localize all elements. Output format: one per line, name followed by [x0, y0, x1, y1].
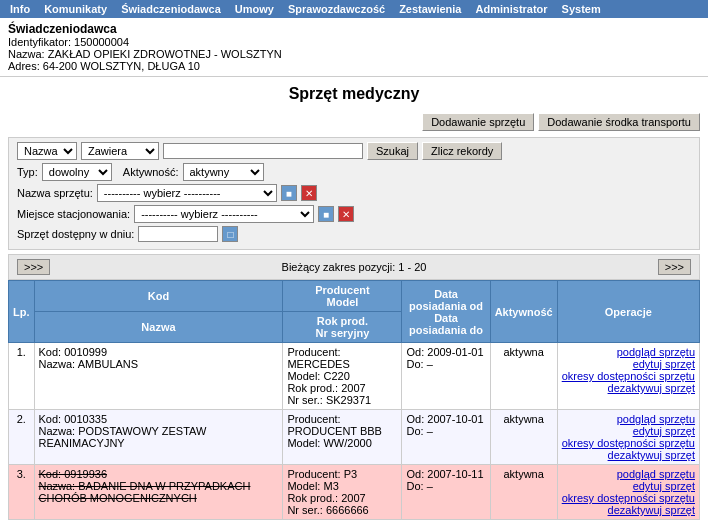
- location-select[interactable]: ---------- wybierz ----------: [134, 205, 314, 223]
- col-aktywnosc: Aktywność: [490, 281, 557, 343]
- available-date-pick[interactable]: □: [222, 226, 238, 242]
- provider-address: Adres: 64-200 WOLSZTYN, DŁUGA 10: [8, 60, 700, 72]
- cell-data-od: Od: 2007-10-01: [406, 413, 483, 425]
- location-clear-red[interactable]: ✕: [338, 206, 354, 222]
- cell-model: Model: C220: [287, 370, 349, 382]
- op-link-2[interactable]: okresy dostępności sprzętu: [562, 370, 695, 382]
- provider-name: Nazwa: ZAKŁAD OPIEKI ZDROWOTNEJ - WOLSZT…: [8, 48, 700, 60]
- cell-nazwa: Nazwa: AMBULANS: [39, 358, 139, 370]
- search-button[interactable]: Szukaj: [367, 142, 418, 160]
- cell-data-od: Od: 2007-10-11: [406, 468, 483, 480]
- cell-operacje: podgląd sprzętuedytuj sprzętokresy dostę…: [557, 343, 699, 410]
- cell-operacje: podgląd sprzętuedytuj sprzętokresy dostę…: [557, 465, 699, 520]
- table-row: 2.Kod: 0010335Nazwa: PODSTAWOWY ZESTAW R…: [9, 410, 700, 465]
- menu-bar: Info Komunikaty Świadczeniodawca Umowy S…: [0, 0, 708, 18]
- location-clear-blue[interactable]: ■: [318, 206, 334, 222]
- cell-kod: Kod: 0010999: [39, 346, 108, 358]
- cell-nazwa: Nazwa: PODSTAWOWY ZESTAW REANIMACYJNY: [39, 425, 207, 449]
- col-data: Data posiadania od Data posiadania do: [402, 281, 490, 343]
- add-equipment-button[interactable]: Dodawanie sprzętu: [422, 113, 534, 131]
- col-nazwa: Nazwa: [34, 312, 283, 343]
- op-link-0[interactable]: podgląd sprzętu: [562, 346, 695, 358]
- equipment-name-clear-blue[interactable]: ■: [281, 185, 297, 201]
- menu-item-info[interactable]: Info: [4, 2, 36, 16]
- data-table: Lp. Kod Producent Model Data posiadania …: [8, 280, 700, 520]
- op-link-2[interactable]: okresy dostępności sprzętu: [562, 492, 695, 504]
- cell-kod-nazwa: Kod: 0010999Nazwa: AMBULANS: [34, 343, 283, 410]
- pagination-range: Bieżący zakres pozycji: 1 - 20: [282, 261, 427, 273]
- equipment-name-clear-red[interactable]: ✕: [301, 185, 317, 201]
- table-row: 1.Kod: 0010999Nazwa: AMBULANSProducent: …: [9, 343, 700, 410]
- cell-aktywnosc: aktywna: [490, 343, 557, 410]
- menu-item-komunikaty[interactable]: Komunikaty: [38, 2, 113, 16]
- op-link-3[interactable]: dezaktywuj sprzęt: [562, 449, 695, 461]
- action-buttons: Dodawanie sprzętu Dodawanie środka trans…: [0, 111, 708, 133]
- search-field-select[interactable]: Nazwa Kod: [17, 142, 77, 160]
- pagination-bar: >>> Bieżący zakres pozycji: 1 - 20 >>>: [8, 254, 700, 280]
- cell-producent-name: Producent: PRODUCENT BBB: [287, 413, 382, 437]
- cell-model: Model: M3: [287, 480, 338, 492]
- search-input[interactable]: [163, 143, 363, 159]
- table-row: 3.Kod: 0919936Nazwa: BADANIE DNA W PRZYP…: [9, 465, 700, 520]
- cell-kod: Kod: 0010335: [39, 413, 108, 425]
- menu-item-sprawozdawczosc[interactable]: Sprawozdawczość: [282, 2, 391, 16]
- cell-nr-ser: Nr ser.: 6666666: [287, 504, 368, 516]
- menu-item-zestawienia[interactable]: Zestawienia: [393, 2, 467, 16]
- cell-data: Od: 2007-10-01Do: –: [402, 410, 490, 465]
- available-date-label: Sprzęt dostępny w dniu:: [17, 228, 134, 240]
- provider-id: Identyfikator: 150000004: [8, 36, 700, 48]
- cell-lp: 3.: [9, 465, 35, 520]
- count-button[interactable]: Zlicz rekordy: [422, 142, 502, 160]
- cell-data-do: Do: –: [406, 358, 432, 370]
- col-lp: Lp.: [9, 281, 35, 343]
- equipment-name-select[interactable]: ---------- wybierz ----------: [97, 184, 277, 202]
- cell-producent-name: Producent: P3: [287, 468, 357, 480]
- op-link-2[interactable]: okresy dostępności sprzętu: [562, 437, 695, 449]
- cell-data-od: Od: 2009-01-01: [406, 346, 483, 358]
- equipment-name-label: Nazwa sprzętu:: [17, 187, 93, 199]
- cell-rok: Rok prod.: 2007: [287, 492, 365, 504]
- op-link-1[interactable]: edytuj sprzęt: [562, 480, 695, 492]
- op-link-3[interactable]: dezaktywuj sprzęt: [562, 382, 695, 394]
- cell-kod-nazwa: Kod: 0010335Nazwa: PODSTAWOWY ZESTAW REA…: [34, 410, 283, 465]
- location-label: Miejsce stacjonowania:: [17, 208, 130, 220]
- cell-kod-nazwa: Kod: 0919936Nazwa: BADANIE DNA W PRZYPAD…: [34, 465, 283, 520]
- type-label: Typ:: [17, 166, 38, 178]
- cell-producent: Producent: MERCEDESModel: C220Rok prod.:…: [283, 343, 402, 410]
- menu-item-administrator[interactable]: Administrator: [469, 2, 553, 16]
- next-page-button[interactable]: >>>: [658, 259, 691, 275]
- provider-info: Świadczeniodawca Identyfikator: 15000000…: [0, 18, 708, 77]
- menu-item-system[interactable]: System: [556, 2, 607, 16]
- cell-lp: 1.: [9, 343, 35, 410]
- available-date-input[interactable]: [138, 226, 218, 242]
- col-producent-model: Producent Model: [283, 281, 402, 312]
- cell-data: Od: 2009-01-01Do: –: [402, 343, 490, 410]
- cell-data-do: Do: –: [406, 425, 432, 437]
- op-link-0[interactable]: podgląd sprzętu: [562, 468, 695, 480]
- cell-aktywnosc: aktywna: [490, 410, 557, 465]
- activity-label: Aktywność:: [123, 166, 179, 178]
- cell-operacje: podgląd sprzętuedytuj sprzętokresy dostę…: [557, 410, 699, 465]
- op-link-3[interactable]: dezaktywuj sprzęt: [562, 504, 695, 516]
- page-title: Sprzęt medyczny: [0, 77, 708, 111]
- menu-item-swiadczeniodawca[interactable]: Świadczeniodawca: [115, 2, 227, 16]
- col-operacje: Operacje: [557, 281, 699, 343]
- op-link-1[interactable]: edytuj sprzęt: [562, 425, 695, 437]
- cell-lp: 2.: [9, 410, 35, 465]
- cell-producent: Producent: PRODUCENT BBBModel: WW/2000: [283, 410, 402, 465]
- cell-data-do: Do: –: [406, 480, 432, 492]
- op-link-1[interactable]: edytuj sprzęt: [562, 358, 695, 370]
- add-transport-button[interactable]: Dodawanie środka transportu: [538, 113, 700, 131]
- menu-item-umowy[interactable]: Umowy: [229, 2, 280, 16]
- cell-nr-ser: Nr ser.: SK29371: [287, 394, 371, 406]
- cell-producent: Producent: P3Model: M3Rok prod.: 2007Nr …: [283, 465, 402, 520]
- cell-nazwa: Nazwa: BADANIE DNA W PRZYPADKACH CHORÓB …: [39, 480, 251, 504]
- op-link-0[interactable]: podgląd sprzętu: [562, 413, 695, 425]
- cell-aktywnosc: aktywna: [490, 465, 557, 520]
- type-select[interactable]: dowolny sprzęt transport: [42, 163, 112, 181]
- activity-select[interactable]: aktywny nieaktywny dowolny: [183, 163, 264, 181]
- col-kod: Kod: [34, 281, 283, 312]
- provider-title: Świadczeniodawca: [8, 22, 700, 36]
- search-condition-select[interactable]: Zawiera Równa się: [81, 142, 159, 160]
- prev-page-button[interactable]: >>>: [17, 259, 50, 275]
